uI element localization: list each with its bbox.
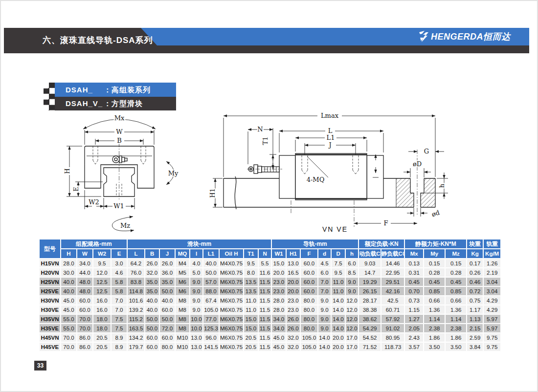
table-cell: M6X0.75 — [219, 286, 244, 296]
table-cell: 7.5 — [111, 314, 127, 324]
table-cell: M6X0.75 — [219, 268, 244, 277]
model-cell: H35VN — [39, 314, 61, 324]
table-cell: 9.0 — [190, 305, 203, 314]
dim-label-my: My — [168, 170, 179, 177]
table-cell: 11.5 — [258, 333, 271, 342]
table-cell: 3.0 — [111, 259, 127, 268]
table-cell: 38.38 — [359, 305, 381, 314]
model-cell: H30VN — [39, 296, 61, 305]
table-cell: 54.52 — [359, 333, 381, 342]
table-cell: 5.97 — [483, 314, 501, 324]
table-cell: M6X0.75 — [219, 324, 244, 333]
table-cell: 50.0 — [145, 314, 159, 324]
table-cell: 20.0 — [331, 342, 345, 351]
table-cell: 11.6 — [258, 268, 271, 277]
table-cell: 3.84 — [467, 342, 483, 351]
table-cell: 86.0 — [77, 342, 93, 351]
table-cell: 179.7 — [127, 342, 145, 351]
table-cell: 19.29 — [359, 277, 381, 286]
table-cell: 7.5 — [331, 259, 345, 268]
table-cell: 80.0 — [300, 296, 318, 305]
table-cell: 60.0 — [300, 268, 318, 277]
table-cell: 12.5 — [93, 277, 111, 286]
table-cell: 13.0 — [190, 333, 203, 342]
table-cell: 26.0 — [159, 259, 175, 268]
model-cell: H15VN — [39, 259, 61, 268]
series-banner-square-block: DSAH_V_：方型滑块 — [55, 97, 176, 110]
col-group-header: 导轨-mm — [271, 239, 359, 249]
dim-label-w: W — [116, 128, 123, 135]
table-cell: 35.0 — [145, 286, 159, 296]
table-cell: 55.0 — [61, 314, 77, 324]
checkerboard-decoration — [44, 83, 55, 110]
table-cell: 28.0 — [271, 305, 286, 314]
table-cell: 80.0 — [300, 314, 318, 324]
table-cell: 60.71 — [381, 305, 404, 314]
table-cell: 134.2 — [127, 333, 145, 342]
table-cell: 70.0 — [77, 324, 93, 333]
table-cell: 50.0 — [145, 324, 159, 333]
table-cell: 7.0 — [111, 296, 127, 305]
table-cell: 0.66 — [424, 296, 445, 305]
table-cell: 72.0 — [159, 324, 175, 333]
table-cell: 2.05 — [404, 324, 424, 333]
table-cell: 77.0 — [203, 314, 219, 324]
table-cell: 11.5 — [258, 277, 271, 286]
table-cell: 0.45 — [445, 277, 467, 286]
table-cell: 0.45 — [404, 277, 424, 286]
table-cell: 2.43 — [404, 333, 424, 342]
table-cell: 83.8 — [127, 277, 145, 286]
col-header: L — [127, 249, 145, 259]
table-cell: 105.0 — [203, 305, 219, 314]
table-cell: 0.13 — [404, 259, 424, 268]
dim-label-j: J — [328, 141, 331, 149]
col-header: W1 — [271, 249, 286, 259]
table-row: H30VE45.060.016.07.0139.240.060.0M89.010… — [39, 305, 501, 314]
table-row: H35VN55.070.018.07.5115.250.050.0M810.07… — [39, 314, 501, 324]
table-cell: 9.5 — [244, 259, 258, 268]
table-cell: 34.0 — [77, 259, 93, 268]
col-header: 静负载C0 — [381, 249, 404, 259]
table-cell: 40.0 — [159, 296, 175, 305]
table-cell: 50.0 — [203, 268, 219, 277]
series-desc: ：高组装系列 — [104, 86, 151, 94]
view-caption: VN VE — [322, 225, 348, 233]
dim-label-mq: 4-MQ — [307, 176, 325, 183]
table-cell: 0.28 — [424, 268, 445, 277]
table-cell: 0.46 — [467, 277, 483, 286]
table-cell: 15.0 — [271, 259, 286, 268]
table-cell: 23.0 — [271, 277, 286, 286]
table-cell: 9.0 — [345, 286, 359, 296]
table-cell: 23.0 — [271, 286, 286, 296]
dim-label-n: N — [257, 126, 263, 133]
table-cell: 1.86 — [445, 333, 467, 342]
table-cell: 3.04 — [483, 286, 501, 296]
table-cell: 26.0 — [145, 259, 159, 268]
table-cell: 18.0 — [93, 324, 111, 333]
table-cell: 42.16 — [381, 286, 404, 296]
table-cell: 0.85 — [424, 286, 445, 296]
table-cell: 11.5 — [258, 314, 271, 324]
table-cell: 60.0 — [159, 305, 175, 314]
table-cell: 14.46 — [381, 259, 404, 268]
table-cell: 50.0 — [159, 286, 175, 296]
spec-table-body: H15VN28.034.09.53.064.226.026.0M44.040.0… — [39, 259, 501, 351]
table-cell: 22.95 — [381, 268, 404, 277]
table-cell: 0.31 — [404, 268, 424, 277]
table-cell: M8 — [175, 305, 190, 314]
table-cell: 11.5 — [258, 305, 271, 314]
dim-label-h-depth: h — [438, 183, 446, 188]
table-cell: 7.0 — [318, 277, 331, 286]
col-header: l — [190, 249, 203, 259]
col-header: N — [258, 249, 271, 259]
table-cell: 11.5 — [258, 324, 271, 333]
table-cell: 20.0 — [331, 333, 345, 342]
table-cell: 1.15 — [404, 305, 424, 314]
table-cell: 9.0 — [190, 296, 203, 305]
table-cell: 1.26 — [483, 259, 501, 268]
table-cell: 9.0 — [190, 286, 203, 296]
table-cell: 40.0 — [203, 259, 219, 268]
col-header: Kg — [467, 249, 483, 259]
table-cell: 0.45 — [424, 277, 445, 286]
col-header: Oil H — [219, 249, 244, 259]
